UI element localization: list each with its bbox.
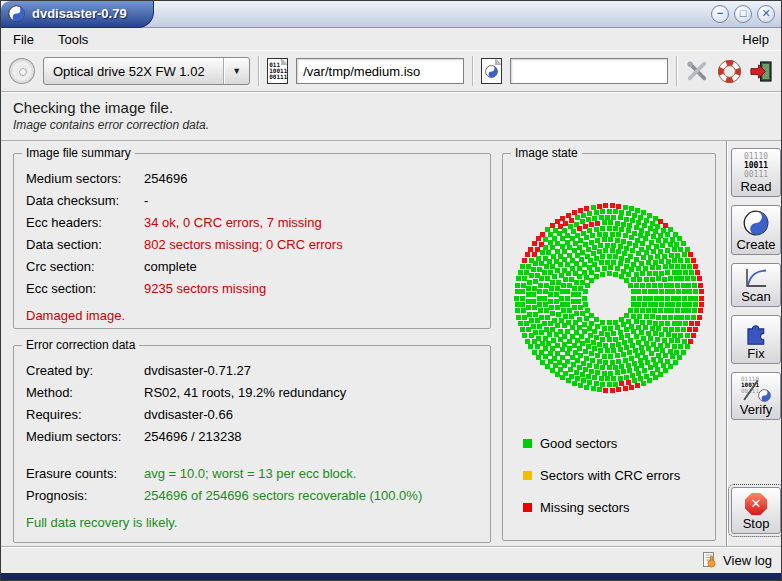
menu-file[interactable]: File xyxy=(11,31,36,48)
summary-row: Crc section:complete xyxy=(26,256,478,278)
window-title: dvdisaster-0.79 xyxy=(32,6,127,21)
image-state-frame: Image state Good sectors Sectors with CR… xyxy=(502,153,716,541)
app-window: dvdisaster-0.79 − □ ✕ File Tools Help Op… xyxy=(0,0,782,581)
status-title: Checking the image file. xyxy=(13,99,769,116)
summary-row: Medium sectors:254696 xyxy=(26,168,478,190)
titlebar-banner[interactable]: dvdisaster-0.79 xyxy=(1,1,154,28)
view-log-label[interactable]: View log xyxy=(723,553,772,568)
optical-drive-icon xyxy=(9,58,35,84)
preferences-tools-icon[interactable] xyxy=(685,58,709,84)
verify-compare-icon: 011101001100111 xyxy=(741,376,771,402)
damaged-image-status: Damaged image. xyxy=(26,305,478,327)
menubar: File Tools Help xyxy=(1,28,781,50)
recovery-prognosis-status: Full data recovery is likely. xyxy=(26,512,478,534)
status-subtitle: Image contains error correction data. xyxy=(13,118,769,132)
frame-title: Error correction data xyxy=(22,338,139,352)
fix-button[interactable]: Fix xyxy=(731,315,781,364)
status-heading: Checking the image file. Image contains … xyxy=(1,92,781,141)
error-correction-data-frame: Error correction data Created by:dvdisas… xyxy=(13,345,491,543)
chevron-down-icon[interactable]: ▼ xyxy=(224,66,249,76)
yinyang-doc-icon xyxy=(485,65,498,78)
sector-legend: Good sectors Sectors with CRC errors Mis… xyxy=(523,436,703,515)
quit-door-icon[interactable] xyxy=(749,58,773,84)
ecc-row: Erasure counts:avg = 10.0; worst = 13 pe… xyxy=(26,463,478,485)
action-sidebar: 011101001100111 Read Create Scan Fix xyxy=(726,141,782,546)
ecc-row: Created by:dvdisaster-0.71.27 xyxy=(26,360,478,382)
ecc-row: Medium sectors:254696 / 213238 xyxy=(26,426,478,448)
ecc-row: Requires:dvdisaster-0.66 xyxy=(26,404,478,426)
drive-selector[interactable]: Optical drive 52X FW 1.02 ▼ xyxy=(43,57,250,85)
summary-row: Ecc section:9235 sectors missing xyxy=(26,278,478,300)
stop-button[interactable]: ✕ Stop xyxy=(731,487,781,534)
menu-help[interactable]: Help xyxy=(740,31,771,48)
legend-item: Missing sectors xyxy=(523,500,703,515)
puzzle-fix-icon xyxy=(743,319,770,346)
image-file-icon: 0111001100111 xyxy=(267,58,288,84)
create-button[interactable]: Create xyxy=(731,205,781,255)
window-bottom-border xyxy=(1,573,781,580)
ecc-file-input[interactable] xyxy=(510,58,668,84)
summary-row: Data section:802 sectors missing; 0 CRC … xyxy=(26,234,478,256)
crc-error-swatch xyxy=(523,471,532,480)
scan-button[interactable]: Scan xyxy=(731,263,781,307)
ecc-row: Method:RS02, 41 roots, 19.2% redundancy xyxy=(26,382,478,404)
ecc-file-icon xyxy=(481,58,502,84)
yinyang-create-icon xyxy=(743,210,769,236)
missing-sector-swatch xyxy=(523,503,532,512)
scan-curve-icon xyxy=(743,267,769,289)
image-file-input[interactable] xyxy=(296,58,464,84)
minimize-button[interactable]: − xyxy=(711,5,729,23)
help-lifebuoy-icon[interactable] xyxy=(717,58,741,84)
view-log-icon[interactable] xyxy=(702,552,718,568)
verify-button[interactable]: 011101001100111 Verify xyxy=(731,372,781,420)
frame-title: Image state xyxy=(511,146,582,160)
drive-selector-value: Optical drive 52X FW 1.02 xyxy=(44,64,223,79)
statusbar: View log xyxy=(1,546,781,573)
legend-item: Good sectors xyxy=(523,436,703,451)
frame-title: Image file summary xyxy=(22,146,135,160)
summary-row: Ecc headers:34 ok, 0 CRC errors, 7 missi… xyxy=(26,212,478,234)
maximize-button[interactable]: □ xyxy=(734,5,752,23)
app-logo-yinyang-icon xyxy=(8,5,25,22)
legend-item: Sectors with CRC errors xyxy=(523,468,703,483)
close-button[interactable]: ✕ xyxy=(757,5,775,23)
stop-octagon-icon: ✕ xyxy=(745,493,767,515)
binary-read-icon: 011101001100111 xyxy=(744,152,768,179)
read-button[interactable]: 011101001100111 Read xyxy=(731,148,781,197)
good-sector-swatch xyxy=(523,439,532,448)
titlebar: dvdisaster-0.79 − □ ✕ xyxy=(1,1,781,28)
image-file-summary-frame: Image file summary Medium sectors:254696… xyxy=(13,153,491,329)
summary-row: Data checksum:- xyxy=(26,190,478,212)
menu-tools[interactable]: Tools xyxy=(56,31,90,48)
disc-sector-map xyxy=(515,174,703,422)
ecc-row: Prognosis:254696 of 254696 sectors recov… xyxy=(26,485,478,507)
toolbar: Optical drive 52X FW 1.02 ▼ 011100110011… xyxy=(1,50,781,92)
